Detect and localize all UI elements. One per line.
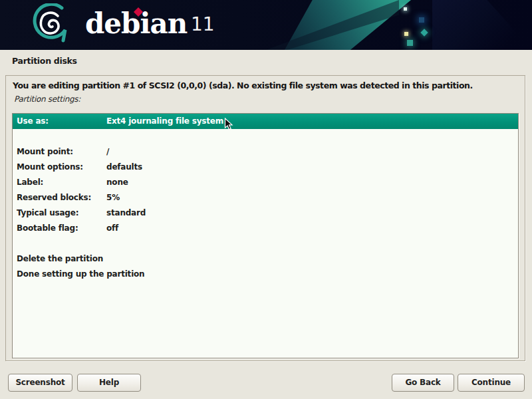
list-spacer bbox=[13, 236, 518, 251]
list-item-label: Use as: bbox=[13, 114, 106, 129]
help-button[interactable]: Help bbox=[77, 374, 141, 392]
list-item-label: Label: bbox=[13, 175, 106, 190]
partition-info-text: You are editing partition #1 of SCSI2 (0… bbox=[13, 80, 518, 90]
list-item-label: Bootable flag: bbox=[13, 221, 106, 236]
list-item-label: Reserved blocks: bbox=[13, 190, 106, 205]
list-spacer bbox=[13, 129, 518, 144]
banner-right-shape bbox=[432, 0, 532, 50]
list-item-label: Done setting up the partition bbox=[13, 267, 106, 282]
partition-settings-list: Use as:Ext4 journaling file systemMount … bbox=[12, 113, 519, 358]
screenshot-button[interactable]: Screenshot bbox=[8, 374, 72, 392]
list-item-label: Delete the partition bbox=[13, 251, 106, 267]
list-item-label: Mount point: bbox=[13, 144, 106, 160]
list-item[interactable]: Done setting up the partition bbox=[13, 267, 518, 282]
installer-window: debian 11 Partition disks You are editin… bbox=[0, 0, 532, 399]
list-item[interactable]: Use as:Ext4 journaling file system bbox=[13, 114, 518, 129]
list-item[interactable]: Mount point:/ bbox=[13, 144, 518, 160]
list-item[interactable]: Delete the partition bbox=[13, 251, 518, 267]
list-item[interactable]: Bootable flag:off bbox=[13, 221, 518, 236]
page-title: Partition disks bbox=[12, 56, 77, 66]
continue-button[interactable]: Continue bbox=[458, 374, 525, 392]
banner-spark-teal bbox=[407, 40, 413, 46]
go-back-button[interactable]: Go Back bbox=[392, 374, 454, 392]
list-item-value: 5% bbox=[106, 190, 120, 205]
list-item-value: standard bbox=[106, 205, 146, 221]
list-item[interactable]: Mount options:defaults bbox=[13, 160, 518, 175]
banner-spark-blue bbox=[419, 17, 424, 23]
debian-swirl-icon bbox=[31, 3, 70, 49]
installer-banner: debian 11 bbox=[0, 0, 532, 50]
partition-settings-label: Partition settings: bbox=[14, 94, 80, 104]
list-item-value: Ext4 journaling file system bbox=[106, 114, 223, 129]
list-item-label: Mount options: bbox=[13, 160, 106, 175]
list-item-value: none bbox=[106, 175, 128, 190]
list-item-label: Typical usage: bbox=[13, 205, 106, 221]
list-item[interactable]: Label:none bbox=[13, 175, 518, 190]
list-item-value: defaults bbox=[106, 160, 142, 175]
list-item[interactable]: Typical usage:standard bbox=[13, 205, 518, 221]
mouse-cursor bbox=[224, 118, 233, 134]
banner-spark-teal-diamond bbox=[420, 29, 428, 36]
list-item-value: off bbox=[106, 221, 118, 236]
list-item-value: / bbox=[106, 144, 109, 160]
list-item[interactable]: Reserved blocks:5% bbox=[13, 190, 518, 205]
banner-spark-yellow bbox=[404, 32, 408, 36]
debian-version: 11 bbox=[191, 13, 215, 36]
content-frame: You are editing partition #1 of SCSI2 (0… bbox=[5, 75, 525, 361]
banner-spark-white bbox=[404, 7, 407, 11]
